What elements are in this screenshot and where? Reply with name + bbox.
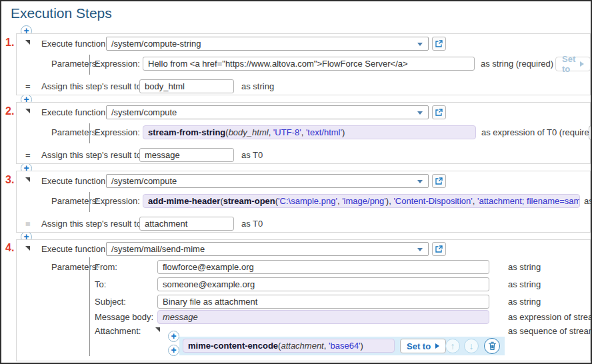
attachment-label: Attachment: (95, 326, 141, 336)
subject-label: Subject: (95, 297, 126, 307)
external-link-icon (435, 108, 443, 117)
type-label: as string (required) (481, 59, 553, 69)
plus-icon: + (171, 331, 176, 341)
step-number: 3. (5, 174, 14, 186)
execution-steps-panel: Execution Steps + + + + 1. 2. 3. 4. Exec… (0, 0, 592, 364)
chevron-down-icon[interactable] (417, 111, 423, 115)
collapse-step-icon[interactable] (25, 177, 30, 182)
external-link-icon (435, 177, 443, 185)
type-label: as sequence of stream (508, 326, 592, 336)
from-label: From: (95, 262, 117, 272)
from-input[interactable]: flowforce@example.org (157, 260, 489, 274)
page-title: Execution Steps (11, 5, 112, 21)
add-attachment-button[interactable]: + (168, 331, 179, 342)
parameters-label: Parameters: (51, 262, 99, 272)
expression-label: Expression: (95, 127, 140, 137)
step-number: 1. (5, 37, 14, 49)
expression-label: Expression: (95, 196, 140, 206)
collapse-step-icon[interactable] (25, 40, 30, 45)
assign-type-label: as T0 (241, 219, 263, 229)
message-body-input[interactable]: message (157, 310, 489, 324)
equals-sign: = (25, 150, 31, 160)
function-path-combobox[interactable]: /system/compute-string (106, 37, 429, 51)
function-path-combobox[interactable]: /system/mail/send-mime (106, 242, 429, 256)
assign-result-input[interactable]: body_html (139, 79, 234, 93)
set-to-button-cropped[interactable] (589, 125, 592, 140)
function-path-combobox[interactable]: /system/compute (106, 174, 429, 188)
step-number: 2. (5, 105, 14, 117)
function-path-value: /system/compute-string (111, 39, 201, 49)
open-function-button[interactable] (432, 37, 446, 51)
attachment-expression-input[interactable]: mime-content-encode(attachment, 'base64'… (183, 339, 395, 353)
divider (89, 192, 90, 212)
to-input[interactable]: someone@example.org (157, 277, 489, 291)
open-function-button[interactable] (432, 242, 446, 256)
type-label: as string (508, 262, 541, 272)
function-path-value: /system/compute (111, 176, 177, 186)
expression-input[interactable]: Hello from <a href="https://www.altova.c… (143, 57, 475, 71)
expression-input[interactable]: add-mime-header(stream-open('C:\sample.p… (143, 194, 580, 208)
parameters-label: Parameters: (51, 59, 99, 69)
arrow-right-icon (580, 61, 584, 67)
type-label: as expression of T0 (required) (481, 127, 592, 137)
assign-type-label: as T0 (241, 150, 263, 160)
assign-result-label: Assign this step's result to (41, 219, 141, 229)
open-function-button[interactable] (432, 105, 446, 119)
expression-label: Expression: (95, 59, 140, 69)
type-label: as expression of stream (508, 312, 592, 322)
delete-attachment-button[interactable] (484, 338, 500, 354)
equals-sign: = (25, 219, 31, 229)
plus-icon: + (171, 345, 176, 355)
step-number: 4. (5, 242, 14, 254)
assign-result-label: Assign this step's result to (41, 150, 141, 160)
function-path-value: /system/mail/send-mime (111, 244, 205, 254)
execute-function-label: Execute function (41, 244, 105, 254)
type-label: as (584, 196, 592, 206)
collapse-step-icon[interactable] (25, 109, 30, 113)
subject-input[interactable]: Binary file as attachment (157, 295, 489, 309)
equals-sign: = (25, 81, 31, 91)
set-to-button[interactable]: Set to (400, 339, 446, 353)
set-to-button[interactable]: Set to (555, 57, 591, 71)
assign-result-input[interactable]: message (139, 148, 234, 162)
move-up-button[interactable]: ↑ (445, 339, 460, 353)
divider (89, 123, 90, 143)
execute-function-label: Execute function (41, 107, 105, 117)
move-down-button[interactable]: ↓ (464, 339, 479, 353)
execute-function-label: Execute function (41, 176, 105, 186)
to-label: To: (95, 279, 106, 289)
divider (89, 55, 90, 75)
type-label: as string (508, 297, 541, 307)
message-body-label: Message body: (95, 312, 153, 322)
down-arrow-icon: ↓ (469, 341, 474, 351)
function-path-combobox[interactable]: /system/compute (106, 105, 429, 119)
add-attachment-button[interactable]: + (168, 345, 179, 356)
up-arrow-icon: ↑ (451, 341, 455, 351)
chevron-down-icon[interactable] (417, 180, 423, 183)
external-link-icon (435, 245, 443, 253)
chevron-down-icon[interactable] (417, 248, 423, 251)
assign-result-input[interactable]: attachment (139, 217, 234, 231)
assign-type-label: as string (241, 81, 274, 91)
collapse-step-icon[interactable] (25, 246, 30, 251)
trash-icon (488, 341, 497, 351)
function-path-value: /system/compute (111, 107, 177, 117)
assign-result-label: Assign this step's result to (41, 81, 141, 91)
type-label: as string (508, 279, 541, 289)
expression-input[interactable]: stream-from-string(body_html, 'UTF-8', '… (143, 125, 476, 139)
parameters-label: Parameters: (51, 196, 99, 206)
collapse-attachment-icon[interactable] (155, 327, 160, 332)
open-function-button[interactable] (432, 174, 446, 188)
chevron-down-icon[interactable] (417, 43, 423, 46)
external-link-icon (435, 39, 443, 48)
parameters-label: Parameters: (51, 127, 99, 137)
execute-function-label: Execute function (41, 39, 105, 49)
divider (89, 257, 90, 356)
arrow-right-icon (435, 343, 439, 349)
